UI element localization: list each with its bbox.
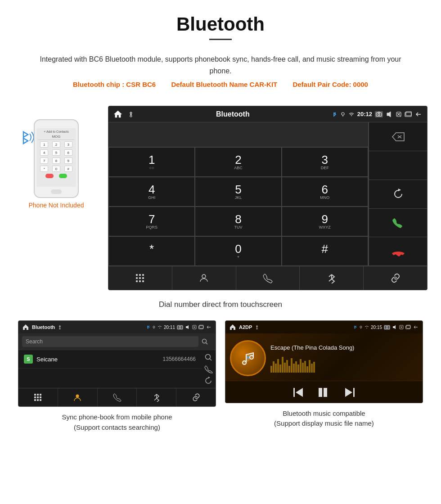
pb-window-icon bbox=[198, 325, 204, 329]
svg-rect-32 bbox=[37, 396, 39, 398]
back-icon[interactable] bbox=[414, 111, 423, 117]
visualizer-bar bbox=[282, 357, 284, 373]
contacts-nav-button[interactable] bbox=[172, 266, 236, 290]
status-right: 20:12 bbox=[331, 111, 423, 117]
svg-rect-33 bbox=[40, 396, 41, 398]
play-pause-button[interactable] bbox=[318, 387, 330, 397]
link-nav-button[interactable] bbox=[364, 266, 427, 290]
music-block: A2DP bbox=[220, 320, 428, 432]
bt-nav-button[interactable] bbox=[300, 266, 364, 290]
pb-search-side-icon[interactable] bbox=[204, 353, 213, 362]
visualizer-bar bbox=[279, 364, 281, 373]
dial-key-8[interactable]: 8TUV bbox=[195, 207, 281, 236]
ms-wifi-icon bbox=[364, 325, 369, 329]
call-button[interactable] bbox=[369, 209, 427, 238]
dial-key-0[interactable]: 0+ bbox=[195, 236, 281, 266]
svg-rect-13 bbox=[142, 277, 144, 279]
dial-key-4[interactable]: 4GHI bbox=[108, 177, 195, 207]
next-button[interactable] bbox=[343, 387, 355, 397]
svg-point-0 bbox=[130, 115, 132, 117]
camera-icon[interactable] bbox=[375, 111, 383, 117]
search-icon[interactable] bbox=[201, 338, 208, 345]
dial-key-7[interactable]: 7PQRS bbox=[108, 207, 195, 236]
prev-button[interactable] bbox=[293, 387, 305, 397]
hangup-button[interactable] bbox=[369, 237, 427, 266]
dial-key-*[interactable]: * bbox=[108, 236, 195, 266]
backspace-button[interactable] bbox=[369, 122, 427, 151]
pb-time: 20:11 bbox=[164, 325, 175, 330]
action-empty-1 bbox=[369, 151, 427, 180]
phone-nav-button[interactable] bbox=[236, 266, 300, 290]
svg-point-42 bbox=[386, 326, 388, 328]
svg-rect-25 bbox=[199, 325, 203, 328]
music-caption: Bluetooth music compatible (Support disp… bbox=[225, 409, 423, 429]
svg-point-18 bbox=[59, 328, 60, 329]
dial-key-5[interactable]: 5JKL bbox=[195, 177, 281, 207]
dial-key-3[interactable]: 3DEF bbox=[282, 147, 368, 177]
phone-screen: + Add to Contacts MOG 1 2 3 4 5 6 7 8 bbox=[36, 128, 76, 187]
pb-vol-icon bbox=[185, 325, 190, 329]
volume-icon[interactable] bbox=[386, 111, 393, 117]
svg-rect-46 bbox=[293, 388, 295, 397]
visualizer-bar bbox=[313, 362, 315, 373]
ms-loc-icon bbox=[359, 325, 363, 329]
dial-key-1[interactable]: 1○○ bbox=[108, 147, 195, 177]
location-icon bbox=[340, 112, 346, 117]
ms-vol-icon bbox=[392, 325, 397, 329]
close-icon[interactable] bbox=[396, 111, 402, 117]
pb-call-side-icon[interactable] bbox=[204, 364, 213, 374]
ms-x-icon bbox=[399, 325, 404, 329]
svg-rect-8 bbox=[136, 274, 138, 276]
ms-controls bbox=[225, 381, 423, 403]
pb-home-icon bbox=[22, 324, 29, 330]
dialpad-nav-button[interactable] bbox=[108, 266, 172, 290]
dial-key-2[interactable]: 2ABC bbox=[195, 147, 281, 177]
svg-rect-30 bbox=[40, 394, 41, 396]
specs-line: Bluetooth chip : CSR BC6 Default Bluetoo… bbox=[36, 79, 405, 90]
svg-rect-10 bbox=[142, 274, 144, 276]
title-underline bbox=[209, 39, 232, 40]
svg-point-40 bbox=[366, 328, 367, 328]
pb-x-icon bbox=[192, 325, 197, 329]
contact-number: 13566664466 bbox=[163, 356, 196, 362]
pb-link-btn[interactable] bbox=[176, 388, 216, 406]
phone-illustration: + Add to Contacts MOG 1 2 3 4 5 6 7 8 bbox=[14, 106, 99, 209]
dialpad-area: 1○○2ABC3DEF4GHI5JKL6MNO7PQRS8TUV9WXYZ*0+… bbox=[108, 122, 427, 266]
pb-search-box[interactable]: Search bbox=[22, 336, 198, 347]
pb-refresh-side-icon[interactable] bbox=[204, 376, 213, 385]
svg-rect-16 bbox=[142, 280, 144, 282]
dial-key-#[interactable]: # bbox=[282, 236, 368, 266]
pb-contacts-btn[interactable] bbox=[58, 388, 98, 406]
pb-bt-btn[interactable] bbox=[137, 388, 176, 406]
visualizer-bar bbox=[302, 363, 304, 373]
pb-contact-row[interactable]: S Seicane 13566664466 bbox=[18, 350, 201, 369]
svg-rect-7 bbox=[406, 112, 411, 116]
redial-button[interactable] bbox=[369, 180, 427, 209]
contact-letter: S bbox=[24, 355, 33, 364]
pb-camera-icon bbox=[177, 325, 183, 330]
ms-album-art bbox=[230, 340, 266, 376]
ms-back-icon bbox=[413, 325, 419, 329]
pb-phone-btn[interactable] bbox=[98, 388, 137, 406]
pb-wifi-icon bbox=[158, 325, 162, 329]
bt-code: Default Pair Code: 0000 bbox=[292, 81, 368, 88]
visualizer-bar bbox=[300, 359, 302, 373]
dial-key-6[interactable]: 6MNO bbox=[282, 177, 368, 207]
wifi-icon bbox=[348, 112, 355, 117]
svg-rect-36 bbox=[40, 399, 41, 401]
pb-back-icon bbox=[206, 325, 212, 329]
svg-rect-48 bbox=[324, 388, 327, 397]
dial-key-9[interactable]: 9WXYZ bbox=[282, 207, 368, 236]
music-note-icon bbox=[239, 349, 257, 367]
phonebook-block: Bluetooth bbox=[14, 320, 220, 432]
ms-song-info: Escape (The Pina Colada Song) bbox=[270, 344, 418, 373]
svg-rect-3 bbox=[376, 112, 382, 116]
home-icon[interactable] bbox=[113, 109, 123, 119]
window-icon[interactable] bbox=[405, 111, 412, 117]
visualizer-bar bbox=[270, 366, 272, 373]
pb-app-name: Bluetooth bbox=[32, 324, 55, 330]
bt-name: Default Bluetooth Name CAR-KIT bbox=[171, 81, 277, 88]
phonebook-caption: Sync phone-book from mobile phone (Suppo… bbox=[18, 412, 216, 432]
phone-body: + Add to Contacts MOG 1 2 3 4 5 6 7 8 bbox=[34, 119, 79, 198]
pb-dialpad-btn[interactable] bbox=[18, 388, 58, 406]
